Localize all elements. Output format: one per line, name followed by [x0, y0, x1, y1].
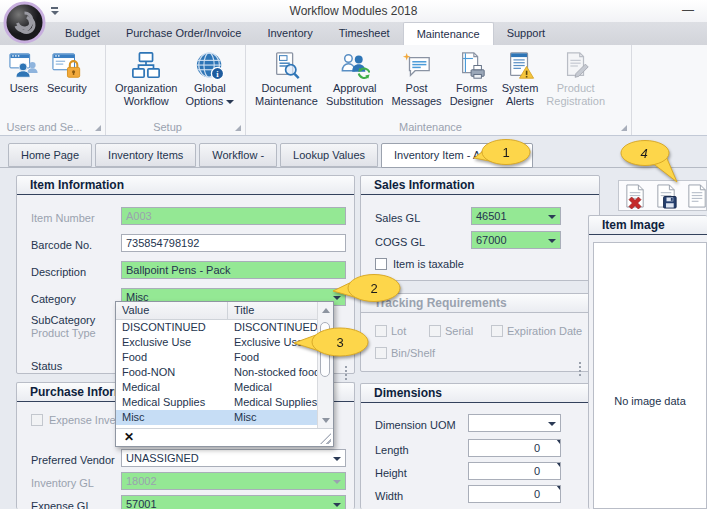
tracking-requirements-group: Tracking Requirements Lot Serial Expirat… [360, 293, 600, 372]
expense-gl-combo[interactable]: 57001 [121, 495, 346, 509]
security-button[interactable]: Security [43, 49, 91, 96]
doc-tab-lookup-values[interactable]: Lookup Values [280, 143, 378, 167]
dropdown-scrollbar[interactable] [317, 302, 333, 429]
save-record-icon[interactable] [654, 184, 679, 209]
dropdown-caret-icon [226, 100, 234, 104]
message-bubble-icon [402, 50, 432, 82]
document-pencil-icon [561, 50, 591, 82]
length-stepper[interactable]: 0 [468, 439, 561, 457]
minimize-button[interactable]: — [679, 2, 697, 18]
organization-workflow-button[interactable]: Organization Workflow [111, 49, 181, 109]
app-logo-icon[interactable] [3, 1, 46, 44]
delete-record-icon[interactable] [623, 184, 648, 209]
dropdown-header-row: Value Title [116, 302, 317, 320]
ribbon-tab-strip: Budget Purchase Order/Invoice Inventory … [0, 22, 707, 45]
dropdown-row-medical[interactable]: MedicalMedical [116, 380, 317, 395]
dropdown-column-value[interactable]: Value [116, 302, 228, 319]
lot-label: Lot [391, 324, 406, 338]
dropdown-row-exclusive-use[interactable]: Exclusive UseExclusive Use [116, 335, 317, 350]
forms-designer-button[interactable]: Forms Designer [446, 49, 498, 109]
title-bar: Workflow Modules 2018 — [0, 0, 707, 22]
dropdown-row-discontinued[interactable]: DISCONTINUEDDISCONTINUED [116, 320, 317, 335]
panel-splitter-handle[interactable] [344, 365, 348, 381]
resize-grip-icon[interactable] [320, 433, 331, 444]
sales-gl-combo[interactable]: 46501 [471, 207, 561, 225]
combo-arrow-icon[interactable] [333, 503, 341, 507]
height-label: Height [375, 466, 407, 480]
dropdown-row-medical-supplies[interactable]: Medical SuppliesMedical Supplies [116, 395, 317, 410]
spinner-arrows-icon[interactable] [548, 442, 557, 457]
combo-arrow-icon[interactable] [548, 239, 556, 243]
dimension-uom-combo[interactable] [468, 414, 561, 432]
group-dialog-launcher-icon[interactable] [95, 125, 101, 131]
window-title: Workflow Modules 2018 [0, 4, 707, 18]
spinner-arrows-icon[interactable] [548, 465, 557, 480]
scroll-up-icon[interactable] [322, 308, 330, 313]
bin-shelf-label: Bin/Shelf [391, 346, 435, 360]
cogs-gl-label: COGS GL [375, 235, 425, 249]
group-caption-setup: Setup [106, 121, 229, 133]
item-taxable-label: Item is taxable [393, 257, 464, 271]
document-tab-strip: Home Page Inventory Items Workflow - Loo… [8, 143, 536, 168]
ribbon-tab-timesheet[interactable]: Timesheet [326, 22, 403, 45]
dropdown-row-food[interactable]: FoodFood [116, 350, 317, 365]
users-button[interactable]: Users [5, 49, 43, 96]
dropdown-row-misc-selected[interactable]: MiscMisc [116, 410, 317, 425]
width-stepper[interactable]: 0 [468, 485, 561, 503]
scroll-down-icon[interactable] [322, 418, 330, 423]
sales-information-group: Sales Information Sales GL 46501 COGS GL… [360, 175, 600, 281]
system-alerts-button[interactable]: System Alerts [498, 49, 543, 109]
ribbon: Users Security Use [0, 45, 707, 136]
height-stepper[interactable]: 0 [468, 462, 561, 480]
sales-gl-label: Sales GL [375, 211, 420, 225]
alert-document-icon [505, 50, 535, 82]
panel-splitter-handle[interactable] [578, 361, 582, 377]
global-options-button[interactable]: i Global Options [181, 49, 238, 109]
description-field[interactable]: Ballpoint Pens - Pack [121, 261, 346, 279]
doc-tab-workflow[interactable]: Workflow - [199, 143, 277, 167]
barcode-field[interactable]: 735854798192 [121, 234, 346, 252]
doc-tab-home-page[interactable]: Home Page [8, 143, 92, 167]
preferred-vendor-combo[interactable]: UNASSIGNED [121, 449, 346, 467]
item-taxable-checkbox[interactable] [375, 258, 387, 270]
inventory-gl-label: Inventory GL [31, 476, 94, 490]
expiration-date-label: Expiration Date [507, 324, 582, 338]
ribbon-tab-maintenance[interactable]: Maintenance [403, 22, 494, 45]
dropdown-column-title[interactable]: Title [228, 302, 254, 319]
group-dialog-launcher-icon[interactable] [621, 125, 627, 131]
dropdown-footer: ✕ [116, 428, 333, 446]
product-type-label: Product Type [31, 326, 96, 340]
category-label: Category [31, 292, 76, 306]
group-dialog-launcher-icon[interactable] [235, 125, 241, 131]
combo-arrow-icon [333, 480, 341, 484]
callout-1: 1 [472, 139, 532, 167]
document-search-icon [272, 50, 302, 82]
ribbon-tab-budget[interactable]: Budget [52, 22, 113, 45]
approval-substitution-button[interactable]: Approval Substitution [322, 49, 387, 109]
document-maintenance-button[interactable]: Document Maintenance [251, 49, 322, 109]
spinner-arrows-icon[interactable] [548, 488, 557, 503]
doc-tab-inventory-items[interactable]: Inventory Items [95, 143, 196, 167]
product-registration-button: Product Registration [542, 49, 609, 109]
ribbon-group-maintenance: Document Maintenance Appro [246, 45, 632, 135]
cogs-gl-combo[interactable]: 67000 [471, 231, 561, 249]
expense-gl-label: Expense GL [31, 499, 92, 509]
post-messages-button[interactable]: Post Messages [387, 49, 445, 109]
expiration-date-checkbox [491, 325, 503, 337]
ribbon-tab-purchase-order-invoice[interactable]: Purchase Order/Invoice [113, 22, 255, 45]
callout-2: 2 [330, 274, 402, 304]
ribbon-tab-support[interactable]: Support [494, 22, 559, 45]
dropdown-row-food-non[interactable]: Food-NONNon-stocked food [116, 365, 317, 380]
document-record-icon[interactable] [685, 184, 707, 209]
group-caption-users: Users and Se... [0, 121, 89, 133]
users-icon [9, 50, 39, 82]
combo-arrow-icon[interactable] [333, 457, 341, 461]
clear-selection-icon[interactable]: ✕ [124, 430, 134, 444]
combo-arrow-icon[interactable] [548, 215, 556, 219]
serial-checkbox [429, 325, 441, 337]
item-number-field: A003 [121, 207, 346, 225]
security-lock-icon [52, 50, 82, 82]
ribbon-tab-inventory[interactable]: Inventory [254, 22, 325, 45]
item-number-label: Item Number [31, 211, 95, 225]
combo-arrow-icon[interactable] [548, 422, 556, 426]
